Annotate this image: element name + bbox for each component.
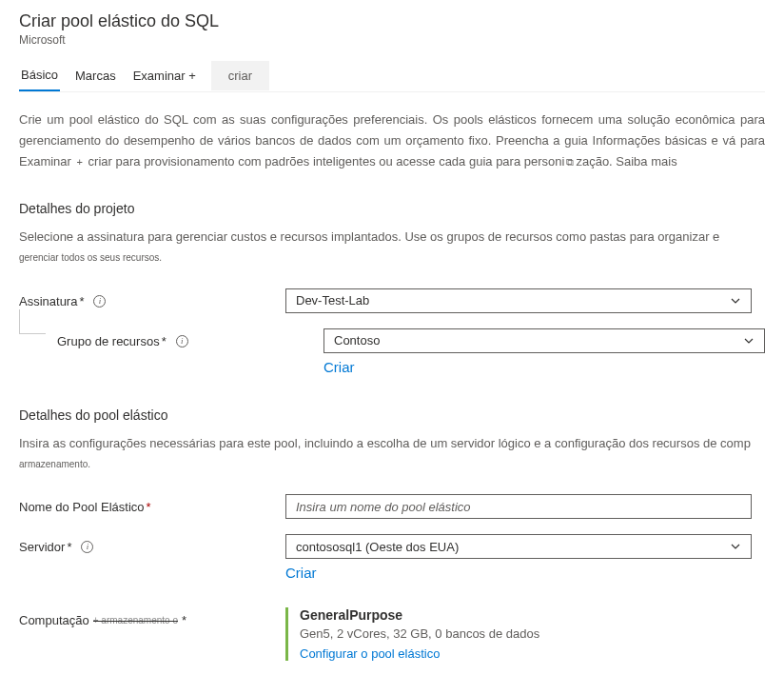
server-dropdown[interactable]: contososql1 (Oeste dos EUA) (285, 534, 752, 559)
chevron-down-icon (730, 295, 741, 307)
project-desc: Selecione a assinatura para gerenciar cu… (19, 228, 765, 268)
project-desc-main: Selecione a assinatura para gerenciar cu… (19, 229, 719, 244)
section-pool-details: Detalhes do pool elástico Insira as conf… (19, 407, 765, 662)
server-value: contososql1 (Oeste dos EUA) (296, 540, 730, 554)
info-icon[interactable]: i (176, 335, 188, 347)
subscription-value: Dev-Test-Lab (296, 293, 730, 308)
intro-ni: ni (555, 154, 564, 169)
create-server-link[interactable]: Criar (285, 565, 317, 581)
intro-line2-after: zação. Saiba mais (576, 154, 676, 169)
pool-name-control (285, 494, 752, 519)
page-subtitle: Microsoft (19, 33, 765, 47)
intro-line2-before: criar para provisionamento com padrões i… (88, 154, 556, 169)
intro-text: Crie um pool elástico do SQL com as suas… (19, 109, 765, 172)
required-mark: * (79, 294, 84, 308)
project-desc-sub: gerenciar todos os seus recursos. (19, 252, 162, 263)
pool-name-label: Nome do Pool Elástic (19, 500, 137, 514)
resource-group-dropdown[interactable]: Contoso (323, 328, 765, 353)
pool-desc-sub: armazenamento. (19, 459, 90, 469)
info-icon[interactable]: i (93, 295, 106, 308)
pool-desc-main: Insira as configurações necessárias para… (19, 436, 751, 450)
compute-label: Computação (19, 613, 89, 627)
compute-label-sub: + armazenamento o (93, 615, 178, 625)
resource-group-label-col: Grupo de recursos * i (57, 328, 323, 348)
project-heading: Detalhes do projeto (19, 201, 765, 216)
info-icon[interactable]: i (81, 541, 93, 553)
compute-label-sub-text: armazenamento (101, 615, 169, 625)
server-control: contososql1 (Oeste dos EUA) Criar (285, 534, 752, 581)
tab-create[interactable]: criar (211, 61, 269, 90)
row-pool-name: Nome do Pool Elástico* (19, 494, 765, 519)
plus-icon: + (93, 615, 99, 625)
pool-heading: Detalhes do pool elástico (19, 407, 765, 423)
page-header: Criar pool elástico do SQL Microsoft (19, 11, 765, 47)
pool-name-o: o (137, 500, 144, 514)
row-server: Servidor * i contososql1 (Oeste dos EUA)… (19, 534, 765, 581)
row-resource-group: Grupo de recursos * i Contoso Criar (19, 328, 765, 375)
required-mark: * (67, 540, 71, 554)
page-title: Criar pool elástico do SQL (19, 11, 765, 31)
section-project-details: Detalhes do projeto Selecione a assinatu… (19, 201, 765, 375)
configure-pool-link[interactable]: Configurar o pool elástico (300, 646, 752, 661)
compute-summary: GeneralPurpose Gen5, 2 vCores, 32 GB, 0 … (285, 607, 752, 661)
required-mark: * (162, 334, 167, 348)
compute-detail: Gen5, 2 vCores, 32 GB, 0 bancos de dados (300, 626, 752, 641)
compute-label-col: Computação + armazenamento o * (19, 607, 285, 627)
subscription-label: Assinatura (19, 294, 77, 308)
create-resource-group-link[interactable]: Criar (323, 359, 355, 375)
tabs-bar: Básico Marcas Examinar + criar (19, 60, 765, 92)
row-compute: Computação + armazenamento o * GeneralPu… (19, 607, 765, 661)
chevron-down-icon (743, 335, 755, 347)
compute-control: GeneralPurpose Gen5, 2 vCores, 32 GB, 0 … (285, 607, 752, 661)
subscription-dropdown[interactable]: Dev-Test-Lab (285, 288, 752, 313)
required-mark: * (147, 500, 151, 514)
subscription-label-col: Assinatura * i (19, 288, 285, 308)
pool-desc: Insira as configurações necessárias para… (19, 434, 765, 474)
row-subscription: Assinatura * i Dev-Test-Lab (19, 288, 765, 313)
indent-marker (19, 309, 46, 334)
chevron-down-icon (730, 541, 741, 552)
server-label-col: Servidor * i (19, 534, 285, 554)
tab-tags[interactable]: Marcas (73, 61, 118, 90)
resource-group-control: Contoso Criar (323, 328, 765, 375)
tab-basic[interactable]: Básico (19, 60, 60, 91)
tab-review[interactable]: Examinar + (131, 61, 198, 90)
server-label: Servidor (19, 540, 65, 554)
subscription-control: Dev-Test-Lab (285, 288, 752, 313)
resource-group-value: Contoso (334, 333, 743, 347)
plus-icon: + (77, 153, 83, 171)
compute-label-o: o (172, 615, 178, 625)
external-link-icon: ⧉ (566, 153, 574, 171)
pool-name-input[interactable] (285, 494, 752, 519)
resource-group-label: Grupo de recursos (57, 334, 160, 348)
compute-title: GeneralPurpose (300, 607, 752, 623)
required-mark: * (182, 613, 186, 627)
pool-name-label-col: Nome do Pool Elástico* (19, 494, 285, 514)
